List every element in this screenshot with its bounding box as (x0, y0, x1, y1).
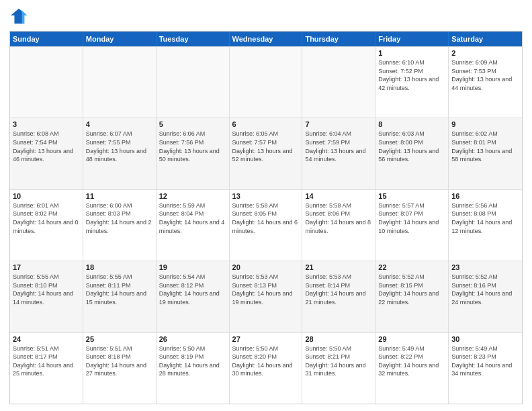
day-number: 12 (159, 192, 226, 200)
day-info: Sunrise: 5:57 AMSunset: 8:07 PMDaylight:… (378, 201, 445, 235)
calendar-cell: 22Sunrise: 5:52 AMSunset: 8:15 PMDayligh… (375, 261, 449, 332)
day-info: Sunrise: 5:50 AMSunset: 8:21 PMDaylight:… (305, 345, 372, 378)
day-number: 25 (86, 335, 153, 343)
header-day-monday: Monday (83, 32, 157, 46)
day-info: Sunrise: 6:08 AMSunset: 7:54 PMDaylight:… (13, 130, 80, 163)
day-number: 20 (232, 263, 300, 271)
logo-icon (9, 7, 28, 26)
calendar-cell: 2Sunrise: 6:09 AMSunset: 7:53 PMDaylight… (449, 47, 522, 118)
day-number: 24 (13, 335, 80, 343)
calendar-cell: 16Sunrise: 5:56 AMSunset: 8:08 PMDayligh… (449, 190, 522, 261)
day-number: 5 (159, 120, 226, 128)
day-number: 17 (13, 263, 80, 271)
day-info: Sunrise: 5:51 AMSunset: 8:17 PMDaylight:… (13, 345, 80, 378)
day-number: 27 (232, 335, 300, 343)
day-info: Sunrise: 5:54 AMSunset: 8:12 PMDaylight:… (159, 273, 226, 306)
calendar-cell: 18Sunrise: 5:55 AMSunset: 8:11 PMDayligh… (83, 261, 157, 332)
calendar-cell: 28Sunrise: 5:50 AMSunset: 8:21 PMDayligh… (302, 333, 375, 404)
calendar-cell: 12Sunrise: 5:59 AMSunset: 8:04 PMDayligh… (157, 190, 230, 261)
day-number: 9 (451, 120, 519, 128)
day-info: Sunrise: 5:52 AMSunset: 8:16 PMDaylight:… (451, 273, 519, 306)
calendar-cell: 11Sunrise: 6:00 AMSunset: 8:03 PMDayligh… (83, 190, 157, 261)
logo (9, 7, 31, 26)
day-info: Sunrise: 5:51 AMSunset: 8:18 PMDaylight:… (86, 345, 153, 378)
day-info: Sunrise: 5:55 AMSunset: 8:11 PMDaylight:… (86, 273, 153, 306)
calendar-cell: 25Sunrise: 5:51 AMSunset: 8:18 PMDayligh… (83, 333, 157, 404)
day-info: Sunrise: 5:59 AMSunset: 8:04 PMDaylight:… (159, 201, 226, 235)
calendar-cell (302, 47, 375, 118)
calendar-cell: 19Sunrise: 5:54 AMSunset: 8:12 PMDayligh… (157, 261, 230, 332)
calendar-cell (10, 47, 83, 118)
day-info: Sunrise: 6:04 AMSunset: 7:59 PMDaylight:… (305, 130, 372, 163)
calendar-week-1: 1Sunrise: 6:10 AMSunset: 7:52 PMDaylight… (10, 46, 522, 118)
day-number: 26 (159, 335, 226, 343)
day-info: Sunrise: 6:01 AMSunset: 8:02 PMDaylight:… (13, 201, 80, 235)
header-day-sunday: Sunday (10, 32, 83, 46)
day-number: 23 (451, 263, 519, 271)
calendar-cell: 21Sunrise: 5:53 AMSunset: 8:14 PMDayligh… (302, 261, 375, 332)
day-info: Sunrise: 5:55 AMSunset: 8:10 PMDaylight:… (13, 273, 80, 306)
page: SundayMondayTuesdayWednesdayThursdayFrid… (0, 0, 532, 411)
day-number: 29 (378, 335, 445, 343)
calendar-cell: 30Sunrise: 5:49 AMSunset: 8:23 PMDayligh… (449, 333, 522, 404)
calendar-cell (230, 47, 303, 118)
calendar: SundayMondayTuesdayWednesdayThursdayFrid… (9, 31, 523, 404)
calendar-cell: 10Sunrise: 6:01 AMSunset: 8:02 PMDayligh… (10, 190, 83, 261)
calendar-cell (157, 47, 230, 118)
day-info: Sunrise: 5:52 AMSunset: 8:15 PMDaylight:… (378, 273, 445, 306)
calendar-cell: 6Sunrise: 6:05 AMSunset: 7:57 PMDaylight… (230, 118, 303, 189)
day-number: 11 (86, 192, 153, 200)
svg-marker-0 (11, 9, 27, 24)
day-info: Sunrise: 6:09 AMSunset: 7:53 PMDaylight:… (451, 58, 519, 92)
header-day-tuesday: Tuesday (157, 32, 230, 46)
header-day-thursday: Thursday (302, 32, 375, 46)
calendar-week-3: 10Sunrise: 6:01 AMSunset: 8:02 PMDayligh… (10, 189, 522, 261)
day-info: Sunrise: 6:10 AMSunset: 7:52 PMDaylight:… (378, 58, 445, 92)
calendar-cell: 13Sunrise: 5:58 AMSunset: 8:05 PMDayligh… (230, 190, 303, 261)
day-info: Sunrise: 6:07 AMSunset: 7:55 PMDaylight:… (86, 130, 153, 163)
calendar-week-5: 24Sunrise: 5:51 AMSunset: 8:17 PMDayligh… (10, 332, 522, 404)
day-info: Sunrise: 5:56 AMSunset: 8:08 PMDaylight:… (451, 201, 519, 235)
day-info: Sunrise: 6:03 AMSunset: 8:00 PMDaylight:… (378, 130, 445, 163)
day-number: 13 (232, 192, 300, 200)
day-info: Sunrise: 6:00 AMSunset: 8:03 PMDaylight:… (86, 201, 153, 235)
day-number: 10 (13, 192, 80, 200)
day-info: Sunrise: 5:58 AMSunset: 8:05 PMDaylight:… (232, 201, 300, 235)
day-number: 21 (305, 263, 372, 271)
calendar-week-4: 17Sunrise: 5:55 AMSunset: 8:10 PMDayligh… (10, 261, 522, 332)
day-info: Sunrise: 5:58 AMSunset: 8:06 PMDaylight:… (305, 201, 372, 235)
day-info: Sunrise: 5:50 AMSunset: 8:19 PMDaylight:… (159, 345, 226, 378)
calendar-cell: 5Sunrise: 6:06 AMSunset: 7:56 PMDaylight… (157, 118, 230, 189)
calendar-cell (83, 47, 157, 118)
header-day-friday: Friday (375, 32, 449, 46)
header (9, 7, 523, 26)
day-number: 3 (13, 120, 80, 128)
day-number: 19 (159, 263, 226, 271)
calendar-cell: 27Sunrise: 5:50 AMSunset: 8:20 PMDayligh… (230, 333, 303, 404)
calendar-cell: 24Sunrise: 5:51 AMSunset: 8:17 PMDayligh… (10, 333, 83, 404)
day-info: Sunrise: 5:53 AMSunset: 8:14 PMDaylight:… (305, 273, 372, 306)
calendar-cell: 23Sunrise: 5:52 AMSunset: 8:16 PMDayligh… (449, 261, 522, 332)
day-number: 1 (378, 49, 445, 57)
day-info: Sunrise: 6:05 AMSunset: 7:57 PMDaylight:… (232, 130, 300, 163)
calendar-cell: 8Sunrise: 6:03 AMSunset: 8:00 PMDaylight… (375, 118, 449, 189)
calendar-cell: 7Sunrise: 6:04 AMSunset: 7:59 PMDaylight… (302, 118, 375, 189)
calendar-cell: 15Sunrise: 5:57 AMSunset: 8:07 PMDayligh… (375, 190, 449, 261)
day-number: 18 (86, 263, 153, 271)
day-number: 28 (305, 335, 372, 343)
svg-marker-1 (22, 11, 27, 24)
day-info: Sunrise: 5:53 AMSunset: 8:13 PMDaylight:… (232, 273, 300, 306)
calendar-cell: 17Sunrise: 5:55 AMSunset: 8:10 PMDayligh… (10, 261, 83, 332)
day-number: 8 (378, 120, 445, 128)
header-day-wednesday: Wednesday (230, 32, 303, 46)
day-info: Sunrise: 5:50 AMSunset: 8:20 PMDaylight:… (232, 345, 300, 378)
calendar-header: SundayMondayTuesdayWednesdayThursdayFrid… (10, 32, 522, 46)
day-info: Sunrise: 6:06 AMSunset: 7:56 PMDaylight:… (159, 130, 226, 163)
day-info: Sunrise: 6:02 AMSunset: 8:01 PMDaylight:… (451, 130, 519, 163)
day-number: 7 (305, 120, 372, 128)
calendar-cell: 4Sunrise: 6:07 AMSunset: 7:55 PMDaylight… (83, 118, 157, 189)
calendar-week-2: 3Sunrise: 6:08 AMSunset: 7:54 PMDaylight… (10, 118, 522, 189)
day-number: 2 (451, 49, 519, 57)
calendar-cell: 3Sunrise: 6:08 AMSunset: 7:54 PMDaylight… (10, 118, 83, 189)
day-number: 16 (451, 192, 519, 200)
